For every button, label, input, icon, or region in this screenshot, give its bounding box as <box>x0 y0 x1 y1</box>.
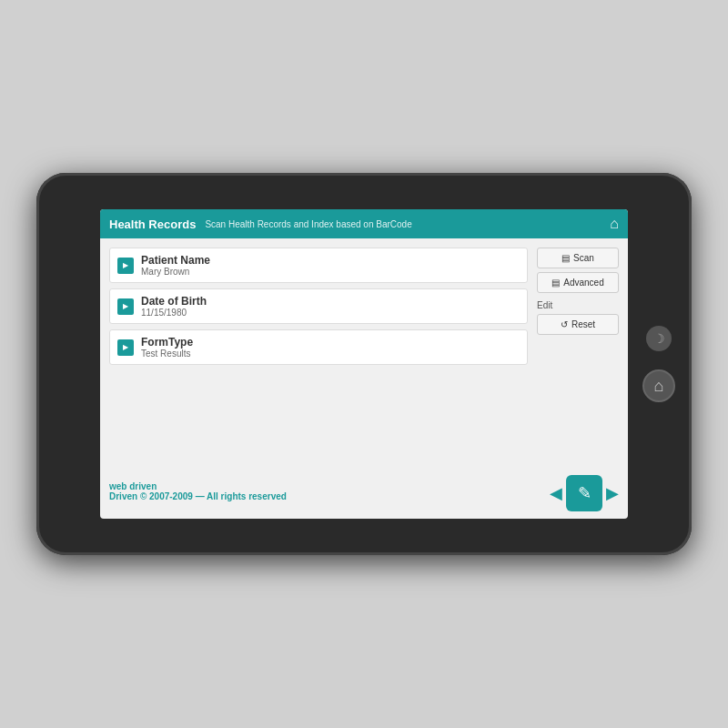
dob-icon <box>117 298 134 315</box>
footer-brand: web driven Driven © 2007-2009 — All righ… <box>109 481 287 501</box>
advanced-button[interactable]: ▤ Advanced <box>537 272 619 293</box>
brand-name: driven <box>129 481 157 491</box>
fields-panel: Patient Name Mary Brown Date of Birth 11… <box>109 248 528 455</box>
scan-button[interactable]: ▤ Scan <box>537 248 619 268</box>
patient-name-field[interactable]: Patient Name Mary Brown <box>109 248 528 283</box>
device: Health Records Scan Health Records and I… <box>36 173 692 555</box>
nav-controls: ◀ ▶ <box>550 475 619 511</box>
nav-center-button[interactable] <box>566 475 602 511</box>
nav-prev-arrow[interactable]: ◀ <box>550 483 562 503</box>
brand-copyright: Driven © 2007-2009 — All rights reserved <box>109 491 287 501</box>
patient-name-label: Patient Name <box>141 254 210 267</box>
dob-label: Date of Birth <box>141 295 207 308</box>
patient-name-icon <box>117 258 134 274</box>
main-content: Patient Name Mary Brown Date of Birth 11… <box>100 238 628 464</box>
app-subtitle: Scan Health Records and Index based on B… <box>205 219 610 229</box>
device-screen: Health Records Scan Health Records and I… <box>100 209 628 519</box>
scan-icon: ▤ <box>561 253 570 263</box>
formtype-label: FormType <box>141 336 193 349</box>
edit-section-label: Edit <box>537 300 619 310</box>
home-button[interactable] <box>642 369 675 402</box>
buttons-panel: ▤ Scan ▤ Advanced Edit ↺ Reset <box>537 248 619 455</box>
formtype-value: Test Results <box>141 349 193 359</box>
brand-prefix: web <box>109 481 129 491</box>
header-home-icon[interactable]: ⌂ <box>610 216 619 232</box>
formtype-field[interactable]: FormType Test Results <box>109 329 528 365</box>
device-side-buttons <box>642 326 675 402</box>
dob-field[interactable]: Date of Birth 11/15/1980 <box>109 288 528 324</box>
app-title: Health Records <box>109 217 196 231</box>
footer: web driven Driven © 2007-2009 — All righ… <box>100 464 628 519</box>
patient-name-value: Mary Brown <box>141 267 210 277</box>
dob-value: 11/15/1980 <box>141 308 207 318</box>
advanced-icon: ▤ <box>551 278 560 288</box>
nav-next-arrow[interactable]: ▶ <box>606 483 619 503</box>
formtype-icon <box>117 339 134 356</box>
reset-button[interactable]: ↺ Reset <box>537 314 619 335</box>
moon-button[interactable] <box>646 326 672 351</box>
reset-icon: ↺ <box>561 319 568 329</box>
app-header: Health Records Scan Health Records and I… <box>100 209 628 238</box>
